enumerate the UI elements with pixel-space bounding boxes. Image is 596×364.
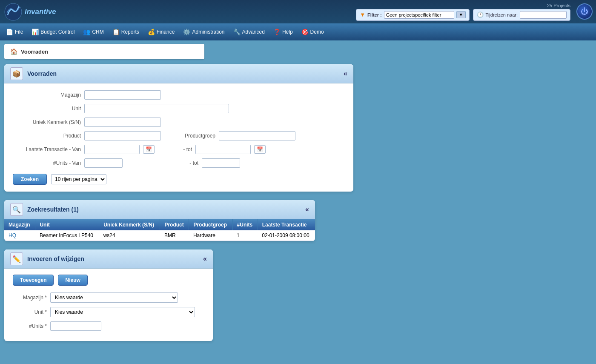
invoer-magazijn-select[interactable]: Kies waarde — [51, 293, 178, 302]
productgroep-label: Productgroep — [173, 133, 215, 139]
unit-label: Unit — [13, 106, 81, 112]
power-icon: ⏻ — [581, 7, 588, 16]
nav-demo-label: Demo — [310, 29, 324, 35]
magazijn-label: Magazijn — [13, 92, 81, 98]
invoer-unit-select[interactable]: Kies waarde — [51, 307, 195, 317]
nav-advanced-label: Advanced — [242, 29, 265, 35]
voorraden-header-icon: 📦 — [10, 67, 23, 80]
cell-uniek: ws24 — [99, 230, 160, 241]
travel-bar: 🕐 Tijdreizen naar: — [473, 9, 570, 21]
voorraden-panel-title: Voorraden — [27, 70, 57, 77]
laatste-van-input[interactable] — [84, 145, 140, 154]
file-icon: 📄 — [6, 29, 13, 35]
invoer-magazijn-label: Magazijn * — [13, 295, 47, 301]
breadcrumb-text: Voorraden — [21, 49, 48, 55]
voorraden-panel-body: Magazijn Unit Uniek Kenmerk (S/N) Produc… — [4, 83, 353, 192]
breadcrumb: 🏠 Voorraden — [4, 44, 204, 59]
sidebar-item-advanced[interactable]: 🔧 Advanced — [229, 25, 269, 39]
sidebar-item-crm[interactable]: 👥 CRM — [79, 25, 108, 39]
results-header-icon: 🔍 — [10, 203, 23, 216]
product-productgroep-row: Product Productgroep — [13, 131, 345, 140]
help-icon: ❓ — [273, 29, 281, 35]
sidebar-item-demo[interactable]: 🎯 Demo — [297, 25, 328, 39]
uniek-input[interactable] — [84, 118, 161, 127]
voorraden-panel-header: 📦 Voorraden « — [4, 64, 353, 83]
zoeken-button[interactable]: Zoeken — [13, 174, 47, 185]
invoer-unit-row: Unit * Kies waarde — [13, 307, 204, 317]
nav-help-label: Help — [282, 29, 293, 35]
cell-unit: Beamer InFocus LP540 — [35, 230, 99, 241]
home-icon: 🏠 — [10, 48, 17, 55]
units-row: #Units - Van - tot — [13, 158, 345, 168]
cell-productgroep: Hardware — [189, 230, 232, 241]
results-panel-header: 🔍 Zoekresultaten (1) « — [4, 200, 315, 219]
toevoegen-button[interactable]: Toevoegen — [13, 275, 54, 286]
clock-icon: 🕐 — [477, 11, 484, 18]
productgroep-input[interactable] — [219, 131, 295, 140]
nav-finance-label: Finance — [157, 29, 175, 35]
administration-icon: ⚙️ — [183, 29, 190, 35]
reports-icon: 📋 — [112, 29, 120, 35]
nav-reports-label: Reports — [121, 29, 139, 35]
rows-per-page-select[interactable]: 10 rijen per pagina25 rijen per pagina50… — [51, 174, 106, 184]
results-panel-title: Zoekresultaten (1) — [27, 206, 79, 213]
filter-dropdown-btn[interactable]: ▼ — [456, 11, 466, 18]
product-label: Product — [13, 133, 81, 139]
invoer-buttons-row: Toevoegen Nieuw — [13, 275, 204, 286]
laatste-tot-input[interactable] — [195, 145, 251, 154]
nieuw-button[interactable]: Nieuw — [58, 275, 87, 286]
units-van-input[interactable] — [84, 158, 123, 168]
unit-input[interactable] — [84, 104, 229, 113]
col-productgroep: Productgroep — [189, 219, 232, 230]
voorraden-panel: 📦 Voorraden « Magazijn Unit Uniek Kenmer… — [4, 64, 353, 192]
laatste-van-label: Laatste Transactie - Van — [13, 146, 81, 152]
results-table: Magazijn Unit Uniek Kenmerk (S/N) Produc… — [4, 219, 315, 241]
invoer-units-row: #Units * — [13, 321, 204, 331]
invoer-panel-header: ✏️ Invoeren of wijzigen « — [4, 249, 213, 269]
sidebar-item-administration[interactable]: ⚙️ Administration — [179, 25, 229, 39]
results-panel: 🔍 Zoekresultaten (1) « Magazijn Unit Uni… — [4, 200, 315, 241]
units-tot-label: - tot — [181, 160, 198, 166]
finance-icon: 💰 — [148, 29, 155, 35]
nav-file-label: File — [15, 29, 23, 35]
laatste-tot-label: - tot — [175, 146, 192, 152]
sidebar-item-file[interactable]: 📄 File — [2, 25, 27, 39]
filter-icon: ▼ — [360, 11, 365, 18]
invoer-units-label: #Units * — [13, 323, 47, 329]
magazijn-input[interactable] — [84, 90, 161, 100]
laatste-tot-calendar-btn[interactable]: 📅 — [254, 145, 266, 154]
sidebar-item-budget[interactable]: 📊 Budget Control — [27, 25, 79, 39]
projects-count: 25 Projects — [547, 3, 570, 8]
units-van-label: #Units - Van — [13, 160, 81, 166]
invoer-units-input[interactable] — [50, 321, 101, 331]
travel-input[interactable] — [520, 11, 567, 19]
unit-row: Unit — [13, 104, 345, 113]
logo-text: invantive — [25, 8, 56, 16]
product-input[interactable] — [84, 131, 161, 140]
laatste-transactie-row: Laatste Transactie - Van 📅 - tot 📅 — [13, 145, 345, 154]
table-row: HQ Beamer InFocus LP540 ws24 BMR Hardwar… — [4, 230, 315, 241]
invoer-collapse-btn[interactable]: « — [203, 255, 207, 263]
col-units: #Units — [232, 219, 258, 230]
power-button[interactable]: ⏻ — [576, 3, 593, 20]
filter-input[interactable] — [384, 11, 454, 19]
invoer-panel-title: Invoeren of wijzigen — [27, 255, 84, 262]
laatste-van-calendar-btn[interactable]: 📅 — [143, 145, 155, 154]
cell-magazijn: HQ — [4, 230, 35, 241]
sidebar-item-finance[interactable]: 💰 Finance — [143, 25, 179, 39]
units-tot-input[interactable] — [202, 158, 240, 168]
col-product: Product — [160, 219, 189, 230]
sidebar-item-reports[interactable]: 📋 Reports — [108, 25, 143, 39]
travel-label: Tijdreizen naar: — [486, 12, 518, 17]
voorraden-collapse-btn[interactable]: « — [344, 70, 347, 77]
results-panel-body: Magazijn Unit Uniek Kenmerk (S/N) Produc… — [4, 219, 315, 241]
budget-icon: 📊 — [32, 29, 39, 35]
search-row: Zoeken 10 rijen per pagina25 rijen per p… — [13, 174, 345, 185]
magazijn-link[interactable]: HQ — [9, 232, 16, 238]
results-collapse-btn[interactable]: « — [305, 206, 309, 213]
logo: invantive — [4, 3, 56, 21]
sidebar-item-help[interactable]: ❓ Help — [269, 25, 297, 39]
invoer-unit-label: Unit * — [13, 309, 47, 315]
col-magazijn: Magazijn — [4, 219, 35, 230]
uniek-label: Uniek Kenmerk (S/N) — [13, 119, 81, 125]
